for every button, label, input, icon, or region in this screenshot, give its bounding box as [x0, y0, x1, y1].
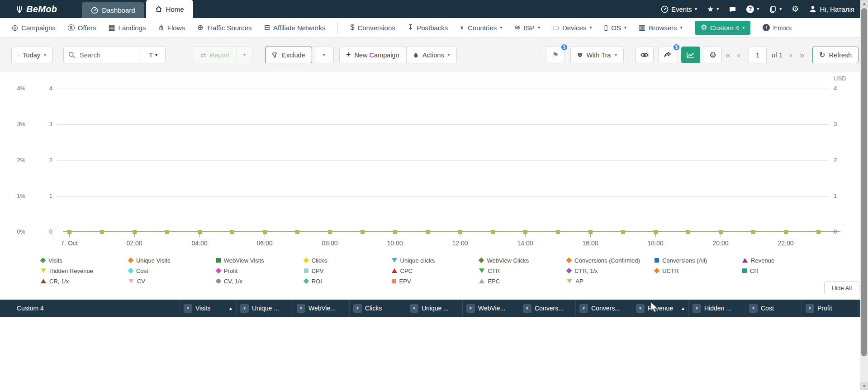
scroll-up-arrow[interactable]: ▲: [860, 0, 868, 8]
nav-item-browsers[interactable]: ▥Browsers▾: [639, 24, 683, 32]
feedback-button[interactable]: [729, 5, 736, 13]
search-input[interactable]: [75, 52, 141, 59]
scroll-down-arrow[interactable]: ▼: [860, 382, 868, 390]
page-input[interactable]: [749, 47, 767, 63]
actions-button[interactable]: Actions ▾: [406, 47, 457, 63]
filter-icon[interactable]: ▼: [240, 304, 249, 313]
legend-item-visits[interactable]: Visits: [41, 256, 128, 264]
table-column-header-convers-[interactable]: ▼Convers...: [576, 300, 632, 317]
legend-item-unique-visits[interactable]: Unique Visits: [128, 256, 216, 264]
filter-icon[interactable]: ▼: [636, 304, 645, 313]
legend-item-clicks[interactable]: Clicks: [304, 256, 392, 264]
legend-item-cr[interactable]: CR: [742, 267, 830, 275]
nav-item-countries[interactable]: ◐Countries▾: [460, 24, 502, 32]
table-first-column-header[interactable]: Custom 4: [12, 300, 180, 317]
nav-item-campaigns[interactable]: ◎Campaigns: [12, 24, 56, 32]
nav-item-errors[interactable]: !Errors: [763, 24, 792, 32]
flag-button[interactable]: ⚑ $: [546, 47, 565, 63]
nav-item-flows[interactable]: ⋔Flows: [158, 24, 185, 32]
legend-item-revenue[interactable]: Revenue: [742, 256, 830, 264]
table-column-header-unique-[interactable]: ▼Unique ...: [237, 300, 293, 317]
data-point-marker[interactable]: [360, 230, 365, 234]
legend-item-ap[interactable]: AP: [567, 277, 655, 285]
filter-icon[interactable]: ▼: [749, 304, 758, 313]
legend-item-cpc[interactable]: CPC: [392, 267, 479, 275]
filter-icon[interactable]: ▼: [353, 304, 362, 313]
pages-menu[interactable]: ▾: [769, 5, 782, 13]
legend-item-roi[interactable]: ROI: [304, 277, 392, 285]
nav-item-devices[interactable]: ▭Devices▾: [552, 24, 592, 32]
table-column-header-unique-[interactable]: ▼Unique ...: [406, 300, 463, 317]
filter-icon[interactable]: ▼: [184, 304, 192, 313]
filter-icon[interactable]: ▼: [297, 304, 305, 313]
nav-item-isp[interactable]: ≋ISP▾: [514, 24, 540, 32]
table-column-header-hidden-[interactable]: ▼Hidden ...: [689, 300, 745, 317]
table-column-header-cost[interactable]: ▼Cost: [745, 300, 802, 317]
legend-item-epc[interactable]: EPC: [479, 277, 567, 285]
nav-item-offers[interactable]: $Offers: [68, 24, 96, 32]
nav-item-custom-4[interactable]: ⚙Custom 4▾: [695, 21, 751, 35]
filter-icon[interactable]: ▼: [579, 304, 588, 313]
legend-item-epv[interactable]: EPV: [392, 277, 479, 285]
legend-item-ctr[interactable]: CTR: [479, 267, 567, 275]
events-menu[interactable]: Events ▾: [661, 5, 697, 13]
new-campaign-button[interactable]: + New Campaign: [339, 47, 406, 63]
nav-item-conversions[interactable]: $Conversions: [350, 24, 395, 32]
first-page-button[interactable]: «: [726, 47, 730, 63]
visibility-button[interactable]: [636, 47, 654, 63]
table-settings-button[interactable]: ⚙: [704, 47, 722, 63]
table-column-header-clicks[interactable]: ▼Clicks: [350, 300, 406, 317]
scrollbar-thumb[interactable]: [861, 8, 867, 356]
nav-item-landings[interactable]: ▤Landings: [108, 24, 146, 32]
tab-home[interactable]: Home: [146, 0, 193, 18]
table-column-header-visits[interactable]: ▼Visits▲: [180, 300, 237, 317]
legend-item-conversions-confirmed-[interactable]: Conversions (Confirmed): [567, 256, 655, 264]
filter-icon[interactable]: ▼: [806, 304, 814, 313]
date-range-button[interactable]: Today ▾: [11, 47, 53, 63]
table-column-header-convers-[interactable]: ▼Convers...: [519, 300, 576, 317]
favorites-menu[interactable]: ★ ▾: [707, 5, 719, 14]
legend-item-unique-clicks[interactable]: Unique clicks: [392, 256, 479, 264]
next-page-button[interactable]: ›: [789, 47, 792, 63]
nav-item-os[interactable]: ▯OS▾: [604, 24, 626, 32]
nav-item-postbacks[interactable]: ↧Postbacks: [408, 24, 448, 32]
nav-item-traffic-sources[interactable]: ⊕Traffic Sources: [197, 24, 251, 32]
app-logo[interactable]: BeMob: [15, 4, 57, 14]
legend-item-cpv[interactable]: CPV: [304, 267, 392, 275]
exclude-button[interactable]: Exclude: [265, 47, 312, 63]
legend-item-uctr[interactable]: UCTR: [655, 267, 742, 275]
settings-button[interactable]: ⚙: [792, 4, 799, 14]
filter-icon[interactable]: ▼: [523, 304, 531, 313]
user-menu[interactable]: Hi, Наталія: [809, 5, 854, 13]
legend-item-cv-1-x[interactable]: CV, 1/x: [216, 277, 304, 285]
data-point-marker[interactable]: [686, 230, 690, 234]
filter-icon[interactable]: ▼: [410, 304, 418, 313]
table-column-header-webvie-[interactable]: ▼WebVie...: [293, 300, 350, 317]
refresh-button[interactable]: ↻ Refresh: [812, 47, 859, 63]
data-point-marker[interactable]: [100, 230, 104, 234]
data-point-marker[interactable]: [426, 230, 430, 234]
report-button[interactable]: ⇄ Report: [193, 47, 237, 63]
legend-item-conversions-all-[interactable]: Conversions (All): [655, 256, 742, 264]
exclude-dropdown-button[interactable]: ▾: [314, 47, 334, 63]
hide-all-button[interactable]: Hide All: [824, 282, 859, 294]
data-point-marker[interactable]: [491, 230, 495, 234]
legend-item-ctr-1-x[interactable]: CTR, 1/x: [567, 267, 655, 275]
prev-page-button[interactable]: ‹: [737, 47, 740, 63]
data-point-marker[interactable]: [165, 230, 169, 234]
data-point-marker[interactable]: [621, 230, 625, 234]
last-page-button[interactable]: »: [800, 47, 805, 63]
legend-item-cost[interactable]: Cost: [128, 267, 216, 275]
data-point-marker[interactable]: [230, 230, 234, 234]
tab-dashboard[interactable]: Dashboard: [82, 2, 144, 18]
legend-item-webview-visits[interactable]: WebView Visits: [216, 256, 304, 264]
traffic-filter-dropdown[interactable]: With Tra... ▾: [570, 47, 624, 63]
legend-item-hidden-revenue[interactable]: Hidden Revenue: [41, 267, 128, 275]
vertical-scrollbar[interactable]: ▲ ▼: [860, 0, 868, 390]
export-button[interactable]: $: [658, 47, 677, 63]
report-dropdown-button[interactable]: ▾: [237, 47, 252, 63]
search-type-selector[interactable]: T ▾: [141, 47, 165, 63]
legend-item-cv[interactable]: CV: [128, 277, 216, 285]
legend-item-webview-clicks[interactable]: WebView Clicks: [479, 256, 567, 264]
data-point-marker[interactable]: [556, 230, 560, 234]
